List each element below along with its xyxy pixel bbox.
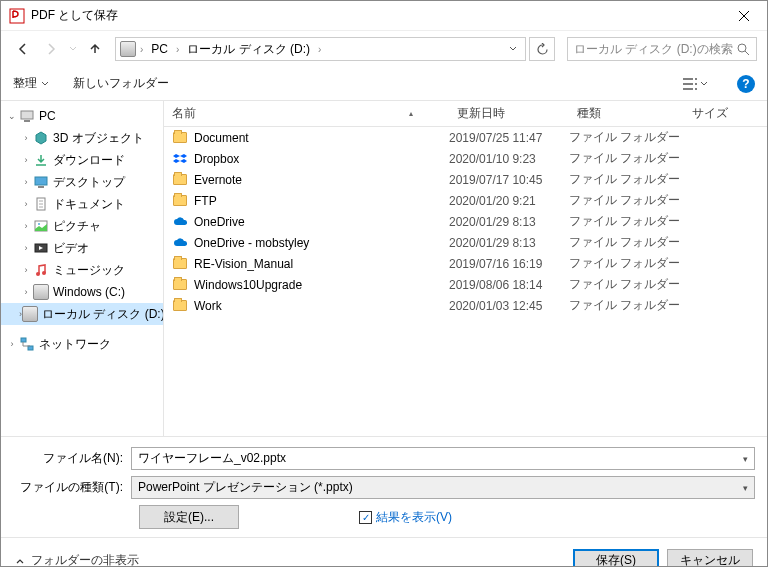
network-icon	[19, 336, 35, 352]
svg-point-4	[695, 88, 697, 90]
view-options-button[interactable]	[677, 74, 713, 94]
folder-icon	[172, 298, 188, 314]
3d-icon	[33, 130, 49, 146]
file-row[interactable]: RE-Vision_Manual2019/07/16 16:19ファイル フォル…	[164, 253, 767, 274]
pictures-icon	[33, 218, 49, 234]
dropbox-icon	[172, 151, 188, 167]
filetype-select[interactable]: PowerPoint プレゼンテーション (*.pptx)▾	[131, 476, 755, 499]
show-result-checkbox[interactable]: ✓結果を表示(V)	[359, 509, 452, 526]
file-row[interactable]: Evernote2019/07/17 10:45ファイル フォルダー	[164, 169, 767, 190]
breadcrumb-pc[interactable]: PC	[147, 40, 172, 58]
file-type: ファイル フォルダー	[569, 276, 684, 293]
file-name: FTP	[194, 194, 449, 208]
tree-local-d[interactable]: ›ローカル ディスク (D:)	[1, 303, 163, 325]
search-input[interactable]: ローカル ディスク (D:)の検索	[567, 37, 757, 61]
file-name: RE-Vision_Manual	[194, 257, 449, 271]
up-button[interactable]	[83, 37, 107, 61]
file-date: 2020/01/29 8:13	[449, 236, 569, 250]
chevron-right-icon: ›	[140, 44, 143, 55]
navigation-tree: ⌄PC ›3D オブジェクト ›ダウンロード ›デスクトップ ›ドキュメント ›…	[1, 101, 164, 436]
column-type[interactable]: 種類	[569, 105, 684, 122]
tree-pictures[interactable]: ›ピクチャ	[1, 215, 163, 237]
chevron-down-icon: ▾	[743, 483, 748, 493]
tree-desktop[interactable]: ›デスクトップ	[1, 171, 163, 193]
folder-icon	[172, 193, 188, 209]
tree-videos[interactable]: ›ビデオ	[1, 237, 163, 259]
svg-rect-5	[21, 111, 33, 119]
file-type: ファイル フォルダー	[569, 192, 684, 209]
onedrive-icon	[172, 235, 188, 251]
organize-button[interactable]: 整理	[13, 75, 49, 92]
column-headers: 名前▴ 更新日時 種類 サイズ	[164, 101, 767, 127]
sort-indicator-icon: ▴	[409, 109, 413, 118]
file-name: Evernote	[194, 173, 449, 187]
file-date: 2019/07/25 11:47	[449, 131, 569, 145]
window-title: PDF として保存	[31, 7, 721, 24]
checkbox-icon: ✓	[359, 511, 372, 524]
file-row[interactable]: OneDrive - mobstyley2020/01/29 8:13ファイル …	[164, 232, 767, 253]
address-bar[interactable]: › PC › ローカル ディスク (D:) ›	[115, 37, 526, 61]
dialog-footer: フォルダーの非表示 保存(S) キャンセル	[1, 537, 767, 567]
file-row[interactable]: Windows10Upgrade2019/08/06 18:14ファイル フォル…	[164, 274, 767, 295]
new-folder-button[interactable]: 新しいフォルダー	[73, 75, 169, 92]
drive-icon	[120, 41, 136, 57]
file-row[interactable]: Document2019/07/25 11:47ファイル フォルダー	[164, 127, 767, 148]
file-type: ファイル フォルダー	[569, 129, 684, 146]
recent-dropdown[interactable]	[67, 37, 79, 61]
file-date: 2020/01/03 12:45	[449, 299, 569, 313]
file-row[interactable]: OneDrive2020/01/29 8:13ファイル フォルダー	[164, 211, 767, 232]
address-dropdown[interactable]	[505, 45, 521, 53]
svg-point-14	[42, 271, 46, 275]
file-name: Dropbox	[194, 152, 449, 166]
file-list: 名前▴ 更新日時 種類 サイズ Document2019/07/25 11:47…	[164, 101, 767, 436]
downloads-icon	[33, 152, 49, 168]
file-type: ファイル フォルダー	[569, 171, 684, 188]
tree-music[interactable]: ›ミュージック	[1, 259, 163, 281]
file-date: 2019/08/06 18:14	[449, 278, 569, 292]
settings-button[interactable]: 設定(E)...	[139, 505, 239, 529]
folder-icon	[172, 172, 188, 188]
file-date: 2020/01/29 8:13	[449, 215, 569, 229]
save-button[interactable]: 保存(S)	[573, 549, 659, 568]
file-date: 2019/07/17 10:45	[449, 173, 569, 187]
svg-rect-7	[35, 177, 47, 185]
column-size[interactable]: サイズ	[684, 105, 767, 122]
filetype-label: ファイルの種類(T):	[13, 479, 131, 496]
back-button[interactable]	[11, 37, 35, 61]
close-button[interactable]	[721, 1, 767, 31]
file-type: ファイル フォルダー	[569, 150, 684, 167]
svg-rect-15	[21, 338, 26, 342]
forward-button[interactable]	[39, 37, 63, 61]
tree-pc[interactable]: ⌄PC	[1, 105, 163, 127]
videos-icon	[33, 240, 49, 256]
file-row[interactable]: Work2020/01/03 12:45ファイル フォルダー	[164, 295, 767, 316]
svg-point-13	[36, 272, 40, 276]
drive-icon	[33, 284, 49, 300]
cancel-button[interactable]: キャンセル	[667, 549, 753, 568]
file-type: ファイル フォルダー	[569, 234, 684, 251]
folder-icon	[172, 277, 188, 293]
tree-documents[interactable]: ›ドキュメント	[1, 193, 163, 215]
tree-windows-c[interactable]: ›Windows (C:)	[1, 281, 163, 303]
tree-3d-objects[interactable]: ›3D オブジェクト	[1, 127, 163, 149]
help-button[interactable]: ?	[737, 75, 755, 93]
refresh-button[interactable]	[529, 37, 555, 61]
column-date[interactable]: 更新日時	[449, 105, 569, 122]
column-name[interactable]: 名前▴	[164, 105, 449, 122]
filename-input[interactable]: ワイヤーフレーム_v02.pptx▾	[131, 447, 755, 470]
chevron-right-icon: ›	[176, 44, 179, 55]
music-icon	[33, 262, 49, 278]
svg-rect-6	[24, 120, 30, 122]
desktop-icon	[33, 174, 49, 190]
file-row[interactable]: Dropbox2020/01/10 9:23ファイル フォルダー	[164, 148, 767, 169]
tree-downloads[interactable]: ›ダウンロード	[1, 149, 163, 171]
hide-folders-toggle[interactable]: フォルダーの非表示	[15, 552, 139, 567]
file-row[interactable]: FTP2020/01/20 9:21ファイル フォルダー	[164, 190, 767, 211]
breadcrumb-drive[interactable]: ローカル ディスク (D:)	[183, 39, 314, 60]
svg-rect-16	[28, 346, 33, 350]
tree-network[interactable]: ›ネットワーク	[1, 333, 163, 355]
file-date: 2019/07/16 16:19	[449, 257, 569, 271]
chevron-right-icon: ›	[318, 44, 321, 55]
pc-icon	[19, 108, 35, 124]
save-options-pane: ファイル名(N): ワイヤーフレーム_v02.pptx▾ ファイルの種類(T):…	[1, 436, 767, 537]
